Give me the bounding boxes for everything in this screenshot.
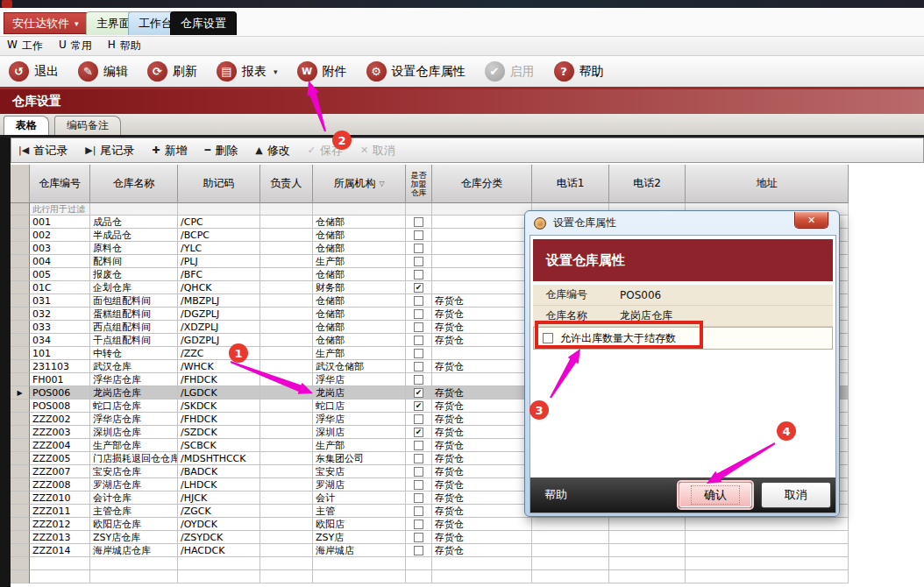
close-icon[interactable]: ✕ xyxy=(794,212,828,229)
joined-checkbox[interactable] xyxy=(414,454,423,463)
toolbar-button-gear-icon[interactable]: ⚙设置仓库属性 xyxy=(366,61,466,81)
joined-checkbox[interactable] xyxy=(414,257,423,266)
toolbar-button-refresh-icon[interactable]: ⟳刷新 xyxy=(147,61,197,81)
panel-title: 仓库设置 xyxy=(12,94,61,110)
toolbar-button-label: 刷新 xyxy=(173,64,197,80)
record-button-5[interactable]: ✓保存 xyxy=(308,143,343,159)
tab-code-remark[interactable]: 编码备注 xyxy=(54,116,121,135)
joined-checkbox[interactable] xyxy=(414,244,423,253)
record-button-6[interactable]: ✕取消 xyxy=(360,143,395,159)
record-button-label: 修改 xyxy=(267,143,290,159)
column-header-8[interactable]: 电话2 xyxy=(609,165,686,203)
joined-checkbox[interactable] xyxy=(414,322,423,332)
joined-checkbox[interactable] xyxy=(414,493,423,503)
column-header-label: 地址 xyxy=(757,176,778,191)
joined-checkbox[interactable] xyxy=(414,309,423,319)
dialog-body: 设置仓库属性 仓库编号 POS006 仓库名称 龙岗店仓库 允许出库数量大于结存… xyxy=(530,235,836,513)
help-button[interactable]: 帮助 xyxy=(544,487,567,503)
column-header-2[interactable]: 助记码 xyxy=(178,165,260,203)
toolbar-button-report-icon[interactable]: ▤报表▾ xyxy=(217,61,278,81)
column-header-4[interactable]: 所属机构▽ xyxy=(313,165,406,203)
joined-checkbox[interactable] xyxy=(414,546,423,555)
column-header-label: 仓库编号 xyxy=(39,176,81,191)
menu-work-label: 工作 xyxy=(22,39,43,53)
tab-warehouse-settings[interactable]: 仓库设置 xyxy=(170,11,237,35)
joined-checkbox[interactable] xyxy=(414,375,423,385)
tab-workbench-label: 工作台 xyxy=(139,16,173,32)
joined-checkbox[interactable] xyxy=(414,480,423,490)
record-button-3[interactable]: ━删除 xyxy=(205,143,238,159)
allow-negative-stock-checkbox[interactable] xyxy=(543,333,553,343)
record-button-1[interactable]: ▶|尾记录 xyxy=(85,143,134,159)
record-button-0[interactable]: |◀首记录 xyxy=(18,143,68,159)
column-header-6[interactable]: 仓库分类 xyxy=(432,165,532,203)
joined-checkbox[interactable] xyxy=(414,349,423,358)
toolbar-button-pencil-icon[interactable]: ✎编辑 xyxy=(78,61,128,81)
dialog-heading-band: 设置仓库属性 xyxy=(533,239,833,281)
table-row[interactable]: ZZZ014海岸城店仓库/HACDCK海岸城店存货仓 xyxy=(11,544,849,557)
toolbar-button-check-icon[interactable]: ✔启用 xyxy=(485,61,535,81)
column-header-label: 电话1 xyxy=(557,176,585,191)
toolbar-button-word-doc-icon[interactable]: W附件 xyxy=(297,61,347,81)
row-selector xyxy=(11,294,30,308)
column-header-1[interactable]: 仓库名称 xyxy=(90,165,178,203)
toolbar-button-label: 报表 xyxy=(242,64,267,80)
joined-checkbox[interactable] xyxy=(414,217,423,227)
row-selector xyxy=(11,439,30,452)
row-selector xyxy=(11,308,30,321)
joined-checkbox[interactable] xyxy=(414,362,423,371)
joined-checkbox[interactable] xyxy=(414,296,423,306)
cancel-button[interactable]: 取消 xyxy=(761,482,831,508)
record-button-icon: ✚ xyxy=(152,145,160,156)
column-header-7[interactable]: 电话1 xyxy=(532,165,609,203)
dialog-titlebar[interactable]: 设置仓库属性 xyxy=(525,211,839,235)
record-toolbar: |◀首记录▶|尾记录✚新增━删除▲修改✓保存✕取消 xyxy=(11,138,924,163)
record-button-label: 保存 xyxy=(320,143,343,159)
toolbar-button-label: 帮助 xyxy=(579,64,604,80)
joined-checkbox[interactable]: ✔ xyxy=(414,401,423,411)
row-selector: ▶ xyxy=(11,386,30,400)
column-header-3[interactable]: 负责人 xyxy=(260,165,313,203)
record-button-2[interactable]: ✚新增 xyxy=(152,143,187,159)
record-button-4[interactable]: ▲修改 xyxy=(255,143,289,159)
filter-icon[interactable]: ▽ xyxy=(379,180,384,187)
column-header-0[interactable]: 仓库编号 xyxy=(30,165,90,203)
field-warehouse-name-label: 仓库名称 xyxy=(545,308,620,323)
table-row[interactable]: ZZZ012欧阳店仓库/OYDCK欧阳店存货仓 xyxy=(11,518,849,531)
confirm-button[interactable]: 确认 xyxy=(679,482,752,508)
brand-menu-button[interactable]: 安仕达软件 ▾ xyxy=(4,12,88,34)
joined-checkbox[interactable]: ✔ xyxy=(414,428,423,437)
joined-checkbox[interactable] xyxy=(414,441,423,450)
menu-help[interactable]: H 帮助 xyxy=(108,39,141,53)
column-header-5[interactable]: 是否加盟仓库 xyxy=(406,165,432,203)
joined-checkbox[interactable] xyxy=(414,467,423,477)
joined-checkbox[interactable]: ✔ xyxy=(414,283,423,293)
joined-checkbox[interactable] xyxy=(414,336,423,345)
joined-checkbox[interactable] xyxy=(414,506,423,516)
toolbar-button-help-icon[interactable]: ?帮助 xyxy=(554,61,604,81)
row-selector xyxy=(11,321,30,334)
menu-common-key: U xyxy=(59,39,67,53)
empty-row xyxy=(11,570,849,583)
toolbar-button-undo-icon[interactable]: ↺退出 xyxy=(9,61,59,81)
toolbar-button-label: 退出 xyxy=(34,64,59,80)
joined-checkbox[interactable] xyxy=(414,230,423,240)
allow-negative-stock-row[interactable]: 允许出库数量大于结存数 xyxy=(533,327,833,350)
joined-checkbox[interactable] xyxy=(414,520,423,529)
table-row[interactable]: ZZZ013ZSY店仓库/ZSYDCKZSY店存货仓 xyxy=(11,531,849,544)
allow-negative-stock-label: 允许出库数量大于结存数 xyxy=(560,331,676,346)
check-icon: ✔ xyxy=(485,61,505,81)
tab-grid[interactable]: 表格 xyxy=(4,116,49,135)
column-header-9[interactable]: 地址 xyxy=(686,165,849,203)
menu-work[interactable]: W 工作 xyxy=(7,39,43,53)
undo-icon: ↺ xyxy=(9,61,29,81)
joined-checkbox[interactable] xyxy=(414,270,423,279)
field-warehouse-code-value: POS006 xyxy=(620,289,661,301)
joined-checkbox[interactable] xyxy=(414,414,423,424)
menu-common[interactable]: U 常用 xyxy=(59,39,92,53)
joined-checkbox[interactable] xyxy=(414,533,423,542)
column-header-label: 仓库名称 xyxy=(113,176,155,191)
row-selector xyxy=(11,242,30,255)
row-selector xyxy=(11,478,30,492)
joined-checkbox[interactable]: ✔ xyxy=(414,388,423,398)
